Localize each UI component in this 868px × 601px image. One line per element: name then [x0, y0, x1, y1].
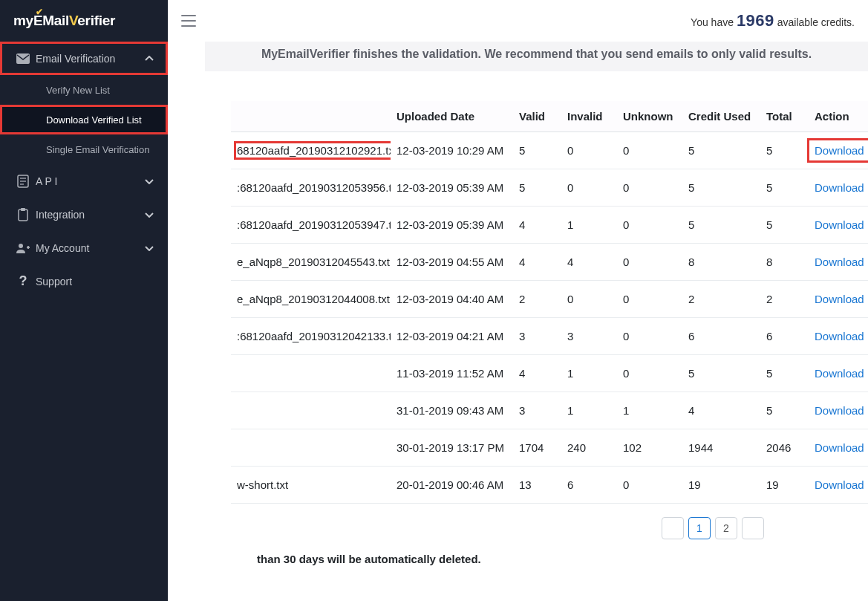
cell-total: 5	[760, 207, 809, 244]
cell-action: Download	[809, 467, 868, 504]
nav-integration[interactable]: Integration	[0, 198, 168, 231]
cell-valid: 3	[513, 392, 561, 429]
download-link[interactable]: Download	[815, 478, 864, 491]
download-link[interactable]: Download	[815, 218, 864, 231]
cell-total: 19	[760, 467, 809, 504]
cell-credit: 2	[682, 281, 760, 318]
table-row: 68120aafd_20190312102921.txt12-03-2019 1…	[231, 132, 868, 169]
download-link[interactable]: Download	[815, 330, 864, 342]
user-plus-icon	[10, 243, 36, 253]
cell-invalid: 240	[561, 429, 617, 467]
cell-unknown: 102	[617, 429, 682, 467]
cell-date: 11-03-2019 11:52 AM	[391, 355, 513, 392]
download-link[interactable]: Download	[815, 404, 864, 417]
main-content: You have 1969 available credits. MyEmail…	[168, 0, 868, 601]
svg-rect-0	[16, 53, 30, 64]
nav-label: A P I	[36, 175, 141, 187]
chevron-up-icon	[141, 56, 157, 62]
download-link[interactable]: Download	[815, 256, 864, 268]
table-row: :68120aafd_20190312053956.txt12-03-2019 …	[231, 169, 868, 207]
cell-valid: 4	[513, 355, 561, 392]
cell-date: 12-03-2019 04:40 AM	[391, 281, 513, 318]
cell-action: Download	[809, 169, 868, 207]
th-file	[231, 101, 391, 132]
table-row: :68120aafd_20190312053947.txt12-03-2019 …	[231, 207, 868, 244]
cell-valid: 5	[513, 169, 561, 207]
cell-invalid: 0	[561, 169, 617, 207]
table-row: w-short.txt20-01-2019 00:46 AM13601919Do…	[231, 467, 868, 504]
cell-action: Download	[809, 392, 868, 429]
cell-credit: 6	[682, 318, 760, 355]
nav-support[interactable]: ? Support	[0, 264, 168, 298]
cell-total: 5	[760, 355, 809, 392]
cell-valid: 4	[513, 244, 561, 281]
cell-file	[231, 355, 391, 392]
table-row: 30-01-2019 13:17 PM170424010219442046Dow…	[231, 429, 868, 467]
cell-invalid: 6	[561, 467, 617, 504]
cell-file: w-short.txt	[231, 467, 391, 504]
table-row: 31-01-2019 09:43 AM31145Download	[231, 392, 868, 429]
cell-total: 2046	[760, 429, 809, 467]
svg-point-7	[19, 244, 23, 248]
th-unknown: Unknown	[617, 101, 682, 132]
nav-api[interactable]: A P I	[0, 164, 168, 198]
download-link[interactable]: Download	[815, 181, 864, 194]
logo: myE✔MailVerifier	[0, 0, 168, 42]
page-next[interactable]	[742, 517, 764, 539]
th-credit-used: Credit Used	[682, 101, 760, 132]
cell-valid: 13	[513, 467, 561, 504]
cell-invalid: 1	[561, 392, 617, 429]
nav-verify-new-list[interactable]: Verify New List	[0, 75, 168, 105]
svg-rect-5	[19, 209, 27, 221]
svg-rect-6	[21, 208, 25, 211]
nav-sub-label: Single Email Verification	[46, 144, 149, 155]
download-link[interactable]: Download	[815, 144, 864, 157]
cell-total: 5	[760, 132, 809, 169]
cell-credit: 4	[682, 392, 760, 429]
download-link[interactable]: Download	[815, 441, 864, 454]
cell-credit: 8	[682, 244, 760, 281]
clipboard-icon	[10, 208, 36, 221]
cell-valid: 2	[513, 281, 561, 318]
nav-label: Support	[36, 276, 157, 287]
page-1[interactable]: 1	[688, 517, 711, 539]
cell-unknown: 0	[617, 318, 682, 355]
download-link[interactable]: Download	[815, 367, 864, 380]
page-prev[interactable]	[662, 517, 684, 539]
nav-single-email-verification[interactable]: Single Email Verification	[0, 134, 168, 164]
cell-unknown: 0	[617, 244, 682, 281]
cell-file: :68120aafd_20190312053947.txt	[231, 207, 391, 244]
nav-sub-label: Verify New List	[46, 85, 110, 96]
table-row: e_aNqp8_20190312045543.txt12-03-2019 04:…	[231, 244, 868, 281]
cell-valid: 3	[513, 318, 561, 355]
nav-my-account[interactable]: My Account	[0, 231, 168, 264]
footer-note: than 30 days will be automatically delet…	[231, 539, 868, 565]
nav-download-verified-list[interactable]: Download Verified List	[0, 105, 168, 134]
download-link[interactable]: Download	[815, 293, 864, 305]
cell-credit: 5	[682, 207, 760, 244]
cell-total: 5	[760, 392, 809, 429]
cell-credit: 5	[682, 132, 760, 169]
cell-invalid: 3	[561, 318, 617, 355]
info-banner: MyEmailVerifier finishes the validation.…	[205, 42, 868, 71]
cell-unknown: 1	[617, 392, 682, 429]
cell-valid: 4	[513, 207, 561, 244]
credits-amount: 1969	[737, 11, 774, 30]
cell-credit: 5	[682, 169, 760, 207]
cell-valid: 5	[513, 132, 561, 169]
pagination: 12	[231, 504, 868, 539]
cell-file: :68120aafd_20190312053956.txt	[231, 169, 391, 207]
cell-invalid: 0	[561, 281, 617, 318]
cell-date: 12-03-2019 05:39 AM	[391, 207, 513, 244]
cell-action: Download	[809, 429, 868, 467]
nav-email-verification[interactable]: Email Verification	[0, 42, 168, 75]
cell-date: 12-03-2019 04:55 AM	[391, 244, 513, 281]
document-icon	[10, 175, 36, 188]
cell-total: 6	[760, 318, 809, 355]
cell-file: e_aNqp8_20190312045543.txt	[231, 244, 391, 281]
cell-action: Download	[809, 132, 868, 169]
cell-date: 20-01-2019 00:46 AM	[391, 467, 513, 504]
hamburger-menu[interactable]	[181, 15, 196, 27]
page-2[interactable]: 2	[715, 517, 737, 539]
cell-total: 5	[760, 169, 809, 207]
